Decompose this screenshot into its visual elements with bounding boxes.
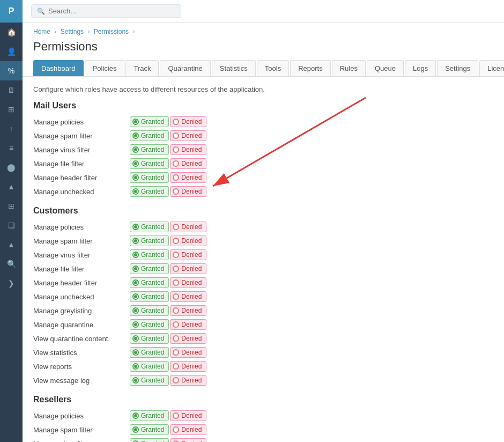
denied-radio-cu-10[interactable]: Denied [170,347,206,358]
granted-radio-mu-5[interactable]: Granted [130,172,169,183]
granted-radio-cu-4[interactable]: Granted [130,263,169,274]
denied-radio-mu-4[interactable]: Denied [170,158,206,169]
perm-row-cu-2: Manage spam filter Granted Denied [33,234,493,248]
denied-label-cu-3: Denied [181,251,202,259]
sidebar-item-percent[interactable]: % [0,61,23,80]
sidebar-item-search[interactable]: 🔍 [0,254,23,274]
granted-radio-cu-11[interactable]: Granted [130,361,169,372]
sidebar-item-list[interactable]: ≡ [0,138,23,158]
tab-settings[interactable]: Settings [437,60,478,76]
sidebar-item-grid2[interactable]: ❑ [0,216,23,235]
denied-radio-re-1[interactable]: Denied [170,410,206,421]
tab-track[interactable]: Track [125,60,159,76]
denied-radio-cu-11[interactable]: Denied [170,361,206,372]
denied-radio-cu-5[interactable]: Denied [170,277,206,288]
sidebar-logo[interactable]: P [0,0,23,23]
perm-row-cu-12: View message log Granted Denied [33,373,493,387]
denied-radio-cu-4[interactable]: Denied [170,263,206,274]
perm-row-mu-2: Manage spam filter Granted Denied [33,129,493,143]
tab-dashboard[interactable]: Dashboard [33,60,84,76]
granted-radio-cu-9[interactable]: Granted [130,333,169,344]
granted-dot-cu-7 [132,307,139,314]
denied-radio-mu-6[interactable]: Denied [170,186,206,197]
denied-label-re-1: Denied [181,412,202,419]
granted-dot-mu-2 [132,132,139,139]
denied-radio-cu-1[interactable]: Denied [170,222,206,232]
breadcrumb-permissions[interactable]: Permissions [94,28,129,35]
sidebar-item-up2[interactable]: ▲ [0,235,23,254]
denied-radio-cu-6[interactable]: Denied [170,291,206,302]
denied-radio-cu-9[interactable]: Denied [170,333,206,344]
breadcrumb-settings[interactable]: Settings [61,28,84,35]
sidebar-item-user[interactable]: 👤 [0,42,23,61]
content-wrapper: Home › Settings › Permissions › Permissi… [23,23,504,442]
denied-radio-cu-3[interactable]: Denied [170,249,206,260]
sidebar-item-upload[interactable]: ↑ [0,119,23,138]
granted-radio-mu-2[interactable]: Granted [130,130,169,141]
denied-radio-mu-3[interactable]: Denied [170,144,206,155]
granted-radio-re-1[interactable]: Granted [130,410,169,421]
granted-radio-cu-12[interactable]: Granted [130,375,169,386]
granted-label-cu-6: Granted [141,293,164,300]
denied-radio-re-2[interactable]: Denied [170,424,206,435]
granted-label-cu-12: Granted [141,377,164,384]
granted-label-mu-2: Granted [141,132,164,139]
perm-row-mu-1: Manage policies Granted Denied [33,115,493,129]
granted-radio-mu-4[interactable]: Granted [130,158,169,169]
tab-license[interactable]: License [479,60,504,76]
perm-label-re-3: Manage virus filter [33,440,130,443]
denied-radio-cu-8[interactable]: Denied [170,319,206,330]
tab-policies[interactable]: Policies [85,60,125,76]
tab-rules[interactable]: Rules [332,60,366,76]
denied-radio-mu-5[interactable]: Denied [170,172,206,183]
granted-radio-cu-7[interactable]: Granted [130,305,169,316]
sidebar-item-grid[interactable]: ⊞ [0,196,23,216]
denied-radio-mu-1[interactable]: Denied [170,116,206,127]
denied-dot-cu-9 [173,335,179,342]
tab-statistics[interactable]: Statistics [212,60,256,76]
granted-radio-mu-6[interactable]: Granted [130,186,169,197]
granted-dot-re-1 [132,412,139,419]
sidebar-item-home[interactable]: 🏠 [0,23,23,42]
granted-radio-cu-8[interactable]: Granted [130,319,169,330]
sidebar-item-triangle[interactable]: ▲ [0,177,23,196]
sidebar-item-chevron[interactable]: ❯ [0,274,23,293]
tab-reports[interactable]: Reports [290,60,331,76]
permissions-content: Configure which roles have access to dif… [23,77,504,442]
granted-label-cu-7: Granted [141,307,164,314]
granted-radio-cu-6[interactable]: Granted [130,291,169,302]
denied-label-cu-9: Denied [181,335,202,342]
denied-dot-cu-5 [173,279,179,286]
breadcrumb-home[interactable]: Home [33,28,50,35]
breadcrumb-sep2: › [87,28,90,35]
tab-queue[interactable]: Queue [367,60,404,76]
granted-radio-cu-10[interactable]: Granted [130,347,169,358]
perm-controls-re-2: Granted Denied [130,424,206,435]
granted-radio-mu-1[interactable]: Granted [130,116,169,127]
tab-logs[interactable]: Logs [405,60,436,76]
tab-tools[interactable]: Tools [257,60,289,76]
perm-controls-mu-1: Granted Denied [130,116,206,127]
granted-radio-re-3[interactable]: Granted [130,438,169,442]
sidebar-item-monitor[interactable]: 🖥 [0,80,23,100]
granted-radio-cu-5[interactable]: Granted [130,277,169,288]
tab-quarantine[interactable]: Quarantine [160,60,210,76]
granted-radio-mu-3[interactable]: Granted [130,144,169,155]
denied-radio-cu-2[interactable]: Denied [170,235,206,246]
search-box[interactable]: 🔍 [31,4,181,18]
denied-radio-cu-7[interactable]: Denied [170,305,206,316]
denied-radio-cu-12[interactable]: Denied [170,375,206,386]
perm-row-cu-6: Manage unchecked Granted Denied [33,290,493,304]
denied-radio-re-3[interactable]: Denied [170,438,206,442]
granted-radio-cu-3[interactable]: Granted [130,249,169,260]
sidebar-item-circle[interactable]: ⬤ [0,158,23,177]
denied-label-cu-1: Denied [181,223,202,231]
search-input[interactable] [48,7,175,15]
granted-radio-re-2[interactable]: Granted [130,424,169,435]
granted-radio-cu-2[interactable]: Granted [130,235,169,246]
denied-radio-mu-2[interactable]: Denied [170,130,206,141]
sidebar-item-apps[interactable]: ⊞ [0,100,23,119]
granted-label-cu-1: Granted [141,223,164,231]
perm-label-cu-3: Manage virus filter [33,251,130,259]
granted-radio-cu-1[interactable]: Granted [130,222,169,232]
